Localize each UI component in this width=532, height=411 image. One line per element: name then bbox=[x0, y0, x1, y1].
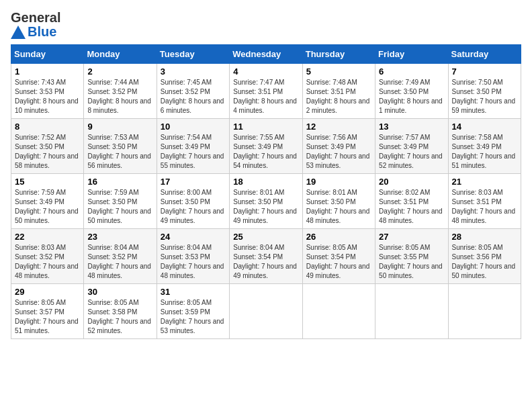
calendar-cell: 22Sunrise: 8:03 AMSunset: 3:52 PMDayligh… bbox=[11, 229, 84, 284]
day-info: Sunrise: 8:05 AMSunset: 3:57 PMDaylight:… bbox=[15, 298, 80, 336]
day-info: Sunrise: 8:01 AMSunset: 3:50 PMDaylight:… bbox=[233, 188, 298, 226]
calendar-cell: 4Sunrise: 7:47 AMSunset: 3:51 PMDaylight… bbox=[230, 64, 302, 119]
header-day-tuesday: Tuesday bbox=[157, 45, 229, 64]
calendar-cell: 21Sunrise: 8:03 AMSunset: 3:51 PMDayligh… bbox=[448, 174, 521, 229]
calendar-cell: 31Sunrise: 8:05 AMSunset: 3:59 PMDayligh… bbox=[157, 284, 229, 339]
day-number: 7 bbox=[452, 66, 517, 77]
svg-marker-0 bbox=[11, 26, 26, 39]
calendar-cell: 17Sunrise: 8:00 AMSunset: 3:50 PMDayligh… bbox=[157, 174, 229, 229]
calendar-cell: 3Sunrise: 7:45 AMSunset: 3:52 PMDaylight… bbox=[157, 64, 229, 119]
header-day-monday: Monday bbox=[84, 45, 157, 64]
day-info: Sunrise: 8:05 AMSunset: 3:56 PMDaylight:… bbox=[452, 243, 517, 281]
calendar-cell: 30Sunrise: 8:05 AMSunset: 3:58 PMDayligh… bbox=[84, 284, 157, 339]
day-number: 11 bbox=[233, 122, 298, 132]
day-info: Sunrise: 8:01 AMSunset: 3:50 PMDaylight:… bbox=[306, 188, 371, 226]
day-info: Sunrise: 7:50 AMSunset: 3:50 PMDaylight:… bbox=[452, 78, 517, 116]
calendar-cell: 9Sunrise: 7:53 AMSunset: 3:50 PMDaylight… bbox=[84, 119, 157, 174]
day-info: Sunrise: 8:00 AMSunset: 3:50 PMDaylight:… bbox=[161, 188, 226, 226]
calendar-cell: 27Sunrise: 8:05 AMSunset: 3:55 PMDayligh… bbox=[375, 229, 448, 284]
day-info: Sunrise: 7:49 AMSunset: 3:50 PMDaylight:… bbox=[379, 78, 444, 116]
day-number: 10 bbox=[161, 122, 226, 132]
calendar-cell: 6Sunrise: 7:49 AMSunset: 3:50 PMDaylight… bbox=[375, 64, 448, 119]
day-info: Sunrise: 7:58 AMSunset: 3:49 PMDaylight:… bbox=[452, 133, 517, 171]
day-info: Sunrise: 8:04 AMSunset: 3:54 PMDaylight:… bbox=[233, 243, 298, 281]
header-day-saturday: Saturday bbox=[448, 45, 521, 64]
day-info: Sunrise: 8:05 AMSunset: 3:55 PMDaylight:… bbox=[379, 243, 444, 281]
calendar-cell: 12Sunrise: 7:56 AMSunset: 3:49 PMDayligh… bbox=[302, 119, 375, 174]
calendar-cell bbox=[375, 284, 448, 339]
day-info: Sunrise: 7:48 AMSunset: 3:51 PMDaylight:… bbox=[306, 78, 371, 116]
day-number: 6 bbox=[379, 66, 444, 77]
calendar-cell: 26Sunrise: 8:05 AMSunset: 3:54 PMDayligh… bbox=[302, 229, 375, 284]
calendar-cell: 5Sunrise: 7:48 AMSunset: 3:51 PMDaylight… bbox=[302, 64, 375, 119]
calendar-cell: 28Sunrise: 8:05 AMSunset: 3:56 PMDayligh… bbox=[448, 229, 521, 284]
day-number: 9 bbox=[87, 122, 152, 132]
day-number: 13 bbox=[379, 122, 444, 132]
header-day-friday: Friday bbox=[375, 45, 448, 64]
day-number: 19 bbox=[306, 177, 371, 187]
header-day-wednesday: Wednesday bbox=[230, 45, 302, 64]
day-info: Sunrise: 7:56 AMSunset: 3:49 PMDaylight:… bbox=[306, 133, 371, 171]
day-info: Sunrise: 8:03 AMSunset: 3:51 PMDaylight:… bbox=[452, 188, 517, 226]
day-number: 29 bbox=[15, 287, 80, 297]
calendar-cell bbox=[448, 284, 521, 339]
day-info: Sunrise: 7:43 AMSunset: 3:53 PMDaylight:… bbox=[15, 78, 80, 116]
logo-blue-row: Blue bbox=[11, 25, 60, 39]
day-number: 18 bbox=[233, 177, 298, 187]
logo-general: General bbox=[11, 11, 60, 25]
day-info: Sunrise: 7:54 AMSunset: 3:49 PMDaylight:… bbox=[161, 133, 226, 171]
day-number: 5 bbox=[306, 66, 371, 77]
day-number: 21 bbox=[452, 177, 517, 187]
calendar-cell: 1Sunrise: 7:43 AMSunset: 3:53 PMDaylight… bbox=[11, 64, 84, 119]
logo-arrow-icon bbox=[11, 26, 26, 39]
calendar-cell: 13Sunrise: 7:57 AMSunset: 3:49 PMDayligh… bbox=[375, 119, 448, 174]
calendar-week-row: 1Sunrise: 7:43 AMSunset: 3:53 PMDaylight… bbox=[11, 64, 521, 119]
day-info: Sunrise: 8:04 AMSunset: 3:53 PMDaylight:… bbox=[161, 243, 226, 281]
calendar-cell: 11Sunrise: 7:55 AMSunset: 3:49 PMDayligh… bbox=[230, 119, 302, 174]
calendar-cell: 7Sunrise: 7:50 AMSunset: 3:50 PMDaylight… bbox=[448, 64, 521, 119]
calendar-cell: 16Sunrise: 7:59 AMSunset: 3:50 PMDayligh… bbox=[84, 174, 157, 229]
day-number: 20 bbox=[379, 177, 444, 187]
day-info: Sunrise: 8:02 AMSunset: 3:51 PMDaylight:… bbox=[379, 188, 444, 226]
calendar-cell: 20Sunrise: 8:02 AMSunset: 3:51 PMDayligh… bbox=[375, 174, 448, 229]
day-info: Sunrise: 8:05 AMSunset: 3:59 PMDaylight:… bbox=[161, 298, 226, 336]
day-info: Sunrise: 8:04 AMSunset: 3:52 PMDaylight:… bbox=[87, 243, 152, 281]
calendar-cell: 14Sunrise: 7:58 AMSunset: 3:49 PMDayligh… bbox=[448, 119, 521, 174]
calendar-cell: 29Sunrise: 8:05 AMSunset: 3:57 PMDayligh… bbox=[11, 284, 84, 339]
logo-text-block: General Blue bbox=[11, 11, 60, 39]
day-number: 12 bbox=[306, 122, 371, 132]
day-info: Sunrise: 7:44 AMSunset: 3:52 PMDaylight:… bbox=[87, 78, 152, 116]
calendar-cell: 23Sunrise: 8:04 AMSunset: 3:52 PMDayligh… bbox=[84, 229, 157, 284]
calendar-cell: 18Sunrise: 8:01 AMSunset: 3:50 PMDayligh… bbox=[230, 174, 302, 229]
day-number: 30 bbox=[87, 287, 152, 297]
day-number: 28 bbox=[452, 232, 517, 242]
day-number: 23 bbox=[87, 232, 152, 242]
calendar-table: SundayMondayTuesdayWednesdayThursdayFrid… bbox=[11, 44, 521, 339]
day-number: 2 bbox=[87, 66, 152, 77]
day-number: 26 bbox=[306, 232, 371, 242]
day-info: Sunrise: 7:53 AMSunset: 3:50 PMDaylight:… bbox=[87, 133, 152, 171]
day-number: 31 bbox=[161, 287, 226, 297]
calendar-cell: 2Sunrise: 7:44 AMSunset: 3:52 PMDaylight… bbox=[84, 64, 157, 119]
day-info: Sunrise: 8:05 AMSunset: 3:58 PMDaylight:… bbox=[87, 298, 152, 336]
calendar-cell: 25Sunrise: 8:04 AMSunset: 3:54 PMDayligh… bbox=[230, 229, 302, 284]
day-info: Sunrise: 7:52 AMSunset: 3:50 PMDaylight:… bbox=[15, 133, 80, 171]
day-info: Sunrise: 7:45 AMSunset: 3:52 PMDaylight:… bbox=[161, 78, 226, 116]
header-day-thursday: Thursday bbox=[302, 45, 375, 64]
day-info: Sunrise: 7:59 AMSunset: 3:50 PMDaylight:… bbox=[87, 188, 152, 226]
header-day-sunday: Sunday bbox=[11, 45, 84, 64]
day-number: 17 bbox=[161, 177, 226, 187]
calendar-cell: 19Sunrise: 8:01 AMSunset: 3:50 PMDayligh… bbox=[302, 174, 375, 229]
calendar-cell: 8Sunrise: 7:52 AMSunset: 3:50 PMDaylight… bbox=[11, 119, 84, 174]
day-number: 15 bbox=[15, 177, 80, 187]
day-number: 1 bbox=[15, 66, 80, 77]
day-number: 8 bbox=[15, 122, 80, 132]
calendar-week-row: 22Sunrise: 8:03 AMSunset: 3:52 PMDayligh… bbox=[11, 229, 521, 284]
day-number: 24 bbox=[161, 232, 226, 242]
day-info: Sunrise: 7:57 AMSunset: 3:49 PMDaylight:… bbox=[379, 133, 444, 171]
calendar-cell: 10Sunrise: 7:54 AMSunset: 3:49 PMDayligh… bbox=[157, 119, 229, 174]
day-number: 14 bbox=[452, 122, 517, 132]
page-header: General Blue bbox=[11, 11, 521, 39]
calendar-week-row: 8Sunrise: 7:52 AMSunset: 3:50 PMDaylight… bbox=[11, 119, 521, 174]
calendar-week-row: 15Sunrise: 7:59 AMSunset: 3:49 PMDayligh… bbox=[11, 174, 521, 229]
